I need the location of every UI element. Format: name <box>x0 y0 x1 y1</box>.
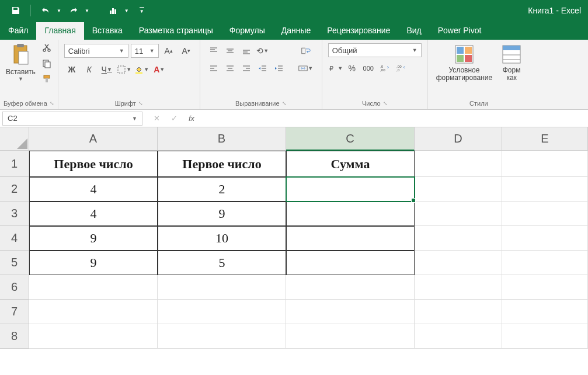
tab-view[interactable]: Вид <box>398 22 429 40</box>
cell-e7[interactable] <box>502 300 588 324</box>
font-size-selector[interactable]: 11▼ <box>131 44 159 58</box>
formula-input[interactable] <box>200 112 588 126</box>
fill-color-icon[interactable]: ▼ <box>134 62 149 77</box>
cell-d3[interactable] <box>415 202 502 226</box>
decrease-font-icon[interactable]: A▾ <box>179 43 194 58</box>
cell-e2[interactable] <box>502 177 588 202</box>
align-bottom-icon[interactable] <box>239 43 254 58</box>
clipboard-launcher-icon[interactable]: ⤡ <box>50 100 54 106</box>
cell-b6[interactable] <box>158 275 286 300</box>
undo-icon[interactable] <box>37 2 54 19</box>
row-header-4[interactable]: 4 <box>0 226 29 251</box>
number-format-selector[interactable]: Общий▼ <box>328 43 422 57</box>
cell-a8[interactable] <box>29 324 158 349</box>
bold-button[interactable]: Ж <box>64 62 79 77</box>
cell-c2[interactable] <box>286 177 415 202</box>
orientation-icon[interactable]: ⟲▼ <box>255 43 270 58</box>
name-box[interactable]: C2▼ <box>2 112 142 126</box>
cut-icon[interactable] <box>40 42 53 55</box>
cell-a4[interactable]: 9 <box>29 226 158 251</box>
cell-e6[interactable] <box>502 275 588 300</box>
percent-icon[interactable]: % <box>345 61 360 76</box>
decrease-decimal-icon[interactable]: ,00,0 <box>394 61 409 76</box>
format-painter-icon[interactable] <box>40 72 53 85</box>
row-header-8[interactable]: 8 <box>0 324 29 349</box>
comma-style-icon[interactable]: 000 <box>361 61 376 76</box>
tab-home[interactable]: Главная <box>36 22 83 40</box>
cell-d8[interactable] <box>415 324 502 349</box>
align-top-icon[interactable] <box>206 43 221 58</box>
font-launcher-icon[interactable]: ⤡ <box>138 100 143 106</box>
align-right-icon[interactable] <box>239 61 254 76</box>
tab-review[interactable]: Рецензирование <box>319 22 398 40</box>
redo-icon[interactable] <box>65 2 82 19</box>
increase-indent-icon[interactable] <box>272 61 287 76</box>
undo-dropdown-icon[interactable]: ▼ <box>57 8 61 13</box>
row-header-2[interactable]: 2 <box>0 177 29 202</box>
cancel-icon[interactable]: ✕ <box>148 112 165 126</box>
select-all-corner[interactable] <box>0 127 29 151</box>
tab-data[interactable]: Данные <box>273 22 319 40</box>
wrap-text-icon[interactable] <box>296 43 316 58</box>
cell-c4[interactable] <box>286 226 415 251</box>
format-as-table-button[interactable]: Форм как <box>497 42 526 84</box>
redo-dropdown-icon[interactable]: ▼ <box>85 8 89 13</box>
cell-d2[interactable] <box>415 177 502 202</box>
cell-d5[interactable] <box>415 251 502 275</box>
row-header-5[interactable]: 5 <box>0 251 29 275</box>
copy-icon[interactable] <box>40 57 53 70</box>
paste-button[interactable]: Вставить ▼ <box>4 42 38 83</box>
row-header-7[interactable]: 7 <box>0 300 29 324</box>
increase-font-icon[interactable]: A▴ <box>161 43 176 58</box>
decrease-indent-icon[interactable] <box>255 61 270 76</box>
fx-icon[interactable]: fx <box>183 112 200 126</box>
cell-b2[interactable]: 2 <box>158 177 286 202</box>
chart-dropdown-icon[interactable]: ▼ <box>124 8 129 13</box>
cell-b7[interactable] <box>158 300 286 324</box>
underline-button[interactable]: Ч▼ <box>99 62 114 77</box>
paste-dropdown-icon[interactable]: ▼ <box>18 76 23 82</box>
align-center-icon[interactable] <box>222 61 238 76</box>
align-left-icon[interactable] <box>206 61 221 76</box>
row-header-6[interactable]: 6 <box>0 275 29 300</box>
col-header-a[interactable]: A <box>29 127 158 151</box>
row-header-3[interactable]: 3 <box>0 202 29 226</box>
cell-c8[interactable] <box>286 324 415 349</box>
cell-e8[interactable] <box>502 324 588 349</box>
accounting-format-icon[interactable]: ₽▼ <box>328 61 343 76</box>
cell-d6[interactable] <box>415 275 502 300</box>
save-icon[interactable] <box>7 2 25 19</box>
cell-c6[interactable] <box>286 275 415 300</box>
cell-a1[interactable]: Первое число <box>29 151 158 177</box>
cell-c3[interactable] <box>286 202 415 226</box>
enter-icon[interactable]: ✓ <box>166 112 182 126</box>
cell-a3[interactable]: 4 <box>29 202 158 226</box>
tab-insert[interactable]: Вставка <box>84 22 131 40</box>
cell-c5[interactable] <box>286 251 415 275</box>
borders-icon[interactable]: ▼ <box>117 62 132 77</box>
italic-button[interactable]: К <box>82 62 97 77</box>
cell-b3[interactable]: 9 <box>158 202 286 226</box>
cell-e4[interactable] <box>502 226 588 251</box>
merge-cells-icon[interactable]: ▼ <box>296 61 316 76</box>
cell-d4[interactable] <box>415 226 502 251</box>
cell-b1[interactable]: Первое число <box>158 151 286 177</box>
cell-d1[interactable] <box>415 151 502 177</box>
cell-e5[interactable] <box>502 251 588 275</box>
col-header-d[interactable]: D <box>415 127 502 151</box>
tab-powerpivot[interactable]: Power Pivot <box>430 22 490 40</box>
cell-a2[interactable]: 4 <box>29 177 158 202</box>
col-header-e[interactable]: E <box>502 127 588 151</box>
alignment-launcher-icon[interactable]: ⤡ <box>282 100 287 106</box>
cell-b4[interactable]: 10 <box>158 226 286 251</box>
cell-a5[interactable]: 9 <box>29 251 158 275</box>
font-color-icon[interactable]: A▼ <box>152 62 167 77</box>
conditional-formatting-button[interactable]: Условное форматирование <box>432 42 497 84</box>
cell-a7[interactable] <box>29 300 158 324</box>
cell-e1[interactable] <box>502 151 588 177</box>
col-header-c[interactable]: C <box>286 127 415 151</box>
col-header-b[interactable]: B <box>158 127 286 151</box>
font-name-selector[interactable]: Calibri▼ <box>64 44 128 58</box>
cell-c1[interactable]: Сумма <box>286 151 415 177</box>
cell-d7[interactable] <box>415 300 502 324</box>
